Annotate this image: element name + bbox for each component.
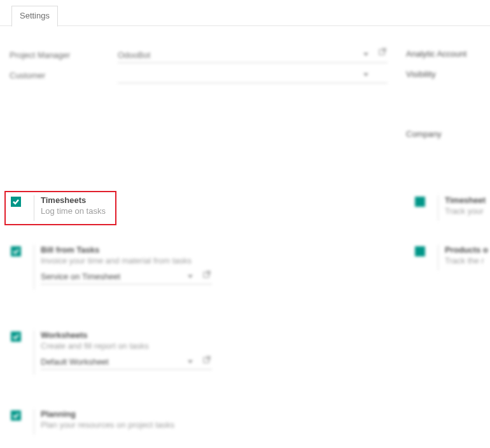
tab-settings[interactable]: Settings — [11, 6, 58, 27]
checkbox-right-products[interactable] — [415, 246, 425, 256]
external-link-icon[interactable] — [203, 356, 211, 363]
option-bill-from-tasks: Bill from Tasks Invoice your time and ma… — [11, 245, 278, 290]
option-desc: Invoice your time and material from task… — [41, 256, 197, 265]
project-manager-label: Project Manager — [10, 50, 118, 60]
checkbox-bill-from-tasks[interactable] — [11, 246, 21, 256]
chevron-down-icon — [188, 275, 193, 278]
chevron-down-icon — [363, 53, 368, 56]
option-desc: Track your — [445, 206, 490, 216]
external-link-icon[interactable] — [203, 270, 211, 278]
option-title: Timesheets — [41, 195, 106, 205]
project-manager-select[interactable] — [118, 46, 388, 63]
option-title: Worksheets — [41, 330, 197, 340]
checkbox-timesheets[interactable] — [11, 197, 21, 207]
company-label: Company — [406, 129, 442, 139]
visibility-label: Visibility — [406, 69, 436, 79]
option-title: Planning — [41, 409, 174, 419]
chevron-down-icon — [188, 360, 193, 363]
checkbox-planning[interactable] — [11, 410, 21, 421]
option-planning: Planning Plan your resources on project … — [11, 409, 278, 435]
tab-settings-label: Settings — [20, 11, 50, 20]
analytic-account-label: Analytic Account — [406, 49, 466, 59]
checkbox-worksheets[interactable] — [11, 332, 21, 342]
option-title: Products o — [445, 245, 490, 255]
customer-select[interactable] — [118, 67, 388, 83]
option-desc: Create and fill report on tasks — [41, 341, 197, 351]
bill-from-tasks-select[interactable] — [41, 269, 212, 284]
external-link-icon[interactable] — [379, 48, 386, 55]
option-title: Bill from Tasks — [41, 245, 197, 255]
option-worksheets: Worksheets Create and fill report on tas… — [11, 330, 278, 375]
customer-label: Customer — [10, 71, 118, 80]
worksheets-select[interactable] — [41, 354, 212, 370]
option-desc: Plan your resources on project tasks — [41, 420, 174, 430]
option-title: Timesheet — [445, 195, 490, 205]
chevron-down-icon — [363, 73, 368, 76]
option-desc: Track the r — [445, 256, 490, 265]
checkbox-right-timesheet[interactable] — [415, 197, 425, 207]
option-desc: Log time on tasks — [41, 206, 106, 216]
option-timesheets: Timesheets Log time on tasks — [11, 195, 202, 221]
